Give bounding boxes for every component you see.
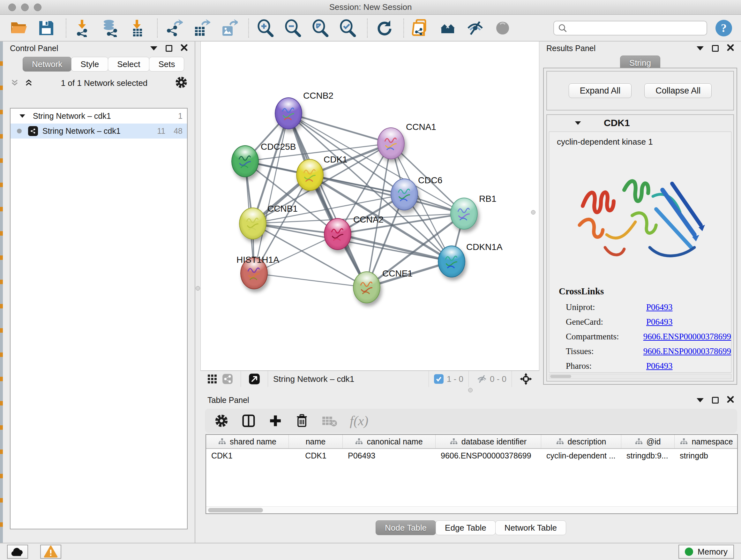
expand-all-chevron-icon[interactable] — [24, 78, 33, 88]
window-controls[interactable] — [8, 3, 42, 11]
column-header-database-identifier[interactable]: database identifier — [435, 435, 541, 448]
birds-eye-view-icon[interactable] — [249, 373, 260, 385]
warning-icon — [44, 545, 58, 558]
network-canvas[interactable]: CCNB2CCNA1CDC25BCDK1CDC6RB1CCNB1CCNA2CDK… — [200, 42, 539, 370]
tab-network-table[interactable]: Network Table — [495, 520, 566, 535]
column-header-name[interactable]: name — [289, 435, 343, 448]
new-network-from-selection-icon[interactable] — [410, 18, 430, 38]
results-horizontal-scrollbar[interactable] — [549, 374, 731, 379]
float-panel-icon[interactable] — [697, 46, 704, 51]
grid-view-icon[interactable] — [207, 374, 217, 384]
show-all-icon[interactable] — [493, 18, 513, 38]
cloud-services-button[interactable] — [7, 545, 28, 559]
zoom-fit-content-icon[interactable] — [310, 18, 330, 38]
collapse-all-button[interactable]: Collapse All — [644, 83, 712, 98]
scrollbar-thumb[interactable] — [550, 375, 571, 378]
delete-column-trash-icon[interactable] — [295, 414, 309, 428]
edge-layer — [201, 42, 539, 370]
table-panel-header: Table Panel — [200, 393, 741, 407]
maximize-panel-icon[interactable] — [712, 397, 719, 403]
column-header-namespace[interactable]: namespace — [675, 435, 738, 448]
expand-all-button[interactable]: Expand All — [569, 83, 632, 98]
network-options-gear-icon[interactable] — [175, 76, 188, 90]
selected-checkbox-icon[interactable] — [434, 374, 444, 384]
zoom-in-icon[interactable] — [255, 18, 275, 38]
tissues-link[interactable]: 9606.ENSP00000378699 — [643, 347, 731, 356]
network-node-cdc6[interactable] — [391, 179, 418, 210]
save-session-icon[interactable] — [37, 18, 56, 38]
export-image-icon[interactable] — [219, 18, 239, 38]
maximize-panel-icon[interactable] — [712, 45, 719, 52]
table-options-gear-icon[interactable] — [214, 414, 228, 428]
column-header-canonical-name[interactable]: canonical name — [343, 435, 435, 448]
network-row[interactable]: String Network – cdk1 11 48 — [10, 124, 187, 138]
string-view-icon[interactable] — [222, 374, 233, 384]
memory-button[interactable]: Memory — [678, 545, 734, 559]
maximize-window-button[interactable] — [34, 3, 42, 11]
export-network-icon[interactable] — [164, 18, 184, 38]
help-button[interactable]: ? — [716, 20, 732, 37]
float-panel-icon[interactable] — [150, 46, 157, 51]
splitter-grip[interactable] — [468, 388, 473, 392]
network-edge-ccne1-ccnb2[interactable] — [288, 113, 367, 287]
uniprot-link[interactable]: P06493 — [646, 302, 673, 312]
tab-node-table[interactable]: Node Table — [376, 520, 436, 535]
create-column-icon[interactable] — [269, 414, 282, 428]
tab-select[interactable]: Select — [108, 57, 149, 71]
import-network-from-file-icon[interactable] — [73, 18, 92, 38]
tab-network[interactable]: Network — [23, 57, 71, 71]
network-node-cdc25b[interactable] — [231, 145, 259, 177]
export-table-icon[interactable] — [192, 18, 211, 38]
import-table-from-file-icon[interactable] — [128, 18, 147, 38]
zoom-out-icon[interactable] — [283, 18, 302, 38]
close-panel-icon[interactable] — [727, 44, 734, 52]
pharos-link[interactable]: P06493 — [646, 361, 673, 371]
hide-selected-icon[interactable] — [465, 18, 485, 38]
search-input[interactable] — [570, 23, 703, 33]
column-header-description[interactable]: description — [541, 435, 621, 448]
network-edge-ccne1-hist1h1a[interactable] — [254, 273, 367, 287]
network-edge-ccnb2-ccna1[interactable] — [288, 113, 391, 143]
network-node-rb1[interactable] — [450, 198, 478, 230]
first-neighbors-icon[interactable] — [438, 18, 458, 38]
network-node-cdk1[interactable] — [296, 159, 324, 191]
scrollbar-thumb[interactable] — [208, 508, 263, 512]
warnings-button[interactable] — [40, 545, 61, 559]
import-network-from-database-icon[interactable] — [100, 18, 120, 38]
tab-sets[interactable]: Sets — [149, 57, 184, 71]
column-header-shared-name[interactable]: shared name — [206, 435, 289, 448]
zoom-selected-icon[interactable] — [338, 18, 357, 38]
network-node-ccne1[interactable] — [353, 271, 381, 303]
collapse-all-chevron-icon[interactable] — [10, 78, 19, 88]
toolbar-search[interactable] — [553, 21, 707, 36]
network-edge-ccnb2-hist1h1a[interactable] — [254, 113, 288, 273]
tab-edge-table[interactable]: Edge Table — [435, 520, 495, 535]
show-columns-icon[interactable] — [241, 414, 256, 428]
open-session-icon[interactable] — [9, 18, 29, 38]
column-header-id[interactable]: @id — [621, 435, 675, 448]
table-horizontal-scrollbar[interactable] — [206, 506, 737, 513]
network-node-ccnb2[interactable] — [275, 98, 302, 129]
network-collection-row[interactable]: String Network – cdk1 1 — [10, 109, 187, 124]
gene-entry-header[interactable]: CDK1 — [547, 115, 733, 131]
tab-style[interactable]: Style — [71, 57, 108, 71]
compartments-link[interactable]: 9606.ENSP00000378699 — [643, 332, 731, 341]
table-row[interactable]: CDK1 CDK1 P06493 9606.ENSP00000378699 cy… — [206, 449, 737, 462]
minimize-window-button[interactable] — [21, 3, 29, 11]
collapse-collection-icon[interactable] — [19, 114, 25, 118]
network-node-cdkn1a[interactable] — [438, 246, 465, 277]
splitter-grip[interactable] — [531, 210, 536, 214]
maximize-panel-icon[interactable] — [165, 45, 172, 52]
network-node-ccna2[interactable] — [324, 218, 351, 250]
network-node-ccna1[interactable] — [377, 127, 405, 159]
pan-crosshair-icon[interactable] — [520, 373, 532, 385]
float-panel-icon[interactable] — [697, 398, 704, 402]
network-node-ccnb1[interactable] — [239, 207, 266, 240]
genecard-link[interactable]: P06493 — [646, 317, 673, 327]
close-panel-icon[interactable] — [181, 44, 188, 52]
splitter-grip[interactable] — [196, 286, 200, 291]
refresh-network-view-icon[interactable] — [374, 18, 394, 38]
close-window-button[interactable] — [8, 3, 16, 11]
collapse-entry-icon[interactable] — [575, 121, 581, 125]
close-panel-icon[interactable] — [727, 396, 734, 404]
